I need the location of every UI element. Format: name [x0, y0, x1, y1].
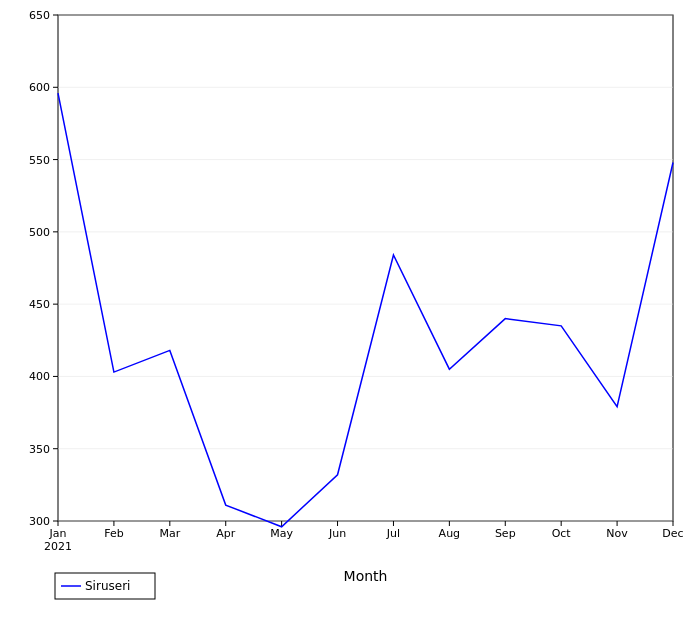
svg-text:450: 450: [29, 298, 50, 311]
svg-text:Sep: Sep: [495, 527, 516, 540]
svg-rect-0: [58, 15, 673, 521]
svg-text:350: 350: [29, 443, 50, 456]
svg-text:Feb: Feb: [104, 527, 123, 540]
chart-container: 300350400450500550600650Jan2021FebMarApr…: [0, 0, 693, 621]
svg-text:300: 300: [29, 515, 50, 528]
svg-text:May: May: [270, 527, 293, 540]
svg-text:2021: 2021: [44, 540, 72, 553]
svg-text:Apr: Apr: [216, 527, 236, 540]
chart-svg: 300350400450500550600650Jan2021FebMarApr…: [0, 0, 693, 621]
svg-text:Siruseri: Siruseri: [85, 579, 130, 593]
svg-text:Jan: Jan: [49, 527, 67, 540]
svg-text:Mar: Mar: [159, 527, 180, 540]
svg-text:Nov: Nov: [606, 527, 628, 540]
svg-text:Oct: Oct: [552, 527, 572, 540]
svg-text:500: 500: [29, 226, 50, 239]
svg-text:Jun: Jun: [328, 527, 346, 540]
svg-text:Month: Month: [344, 568, 388, 584]
svg-text:Jul: Jul: [386, 527, 400, 540]
svg-text:550: 550: [29, 154, 50, 167]
svg-text:650: 650: [29, 9, 50, 22]
svg-text:600: 600: [29, 81, 50, 94]
svg-text:Aug: Aug: [439, 527, 460, 540]
svg-text:400: 400: [29, 370, 50, 383]
svg-text:Dec: Dec: [662, 527, 683, 540]
